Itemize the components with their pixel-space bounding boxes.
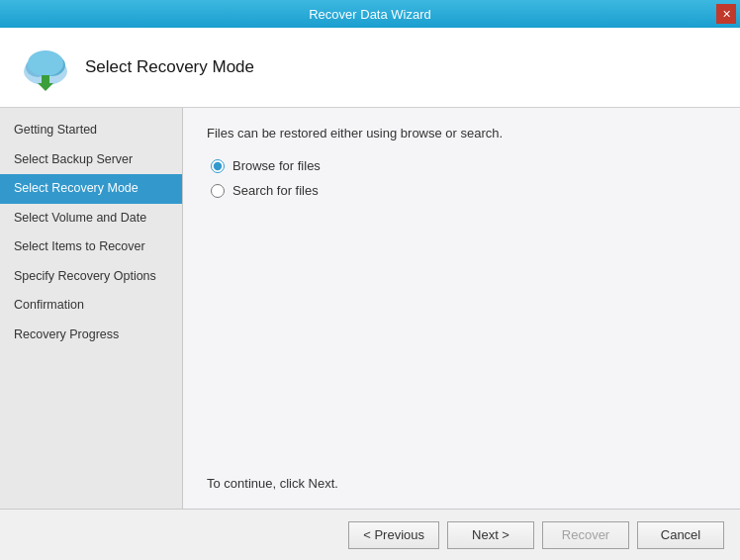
body-area: Getting Started Select Backup Server Sel… — [0, 108, 740, 509]
sidebar-item-getting-started[interactable]: Getting Started — [0, 116, 182, 145]
browse-option[interactable]: Browse for files — [211, 158, 716, 173]
previous-button[interactable]: < Previous — [348, 521, 439, 549]
sidebar-item-recovery-progress[interactable]: Recovery Progress — [0, 321, 182, 350]
description-text: Files can be restored either using brows… — [207, 126, 716, 140]
cancel-button[interactable]: Cancel — [637, 521, 724, 549]
search-label: Search for files — [232, 183, 319, 198]
dialog: Select Recovery Mode Getting Started Sel… — [0, 28, 740, 560]
browse-label: Browse for files — [232, 158, 321, 173]
sidebar-item-recovery-mode[interactable]: Select Recovery Mode — [0, 174, 182, 204]
sidebar: Getting Started Select Backup Server Sel… — [0, 108, 183, 509]
sidebar-item-items-recover[interactable]: Select Items to Recover — [0, 233, 182, 262]
next-button[interactable]: Next > — [447, 521, 534, 549]
sidebar-item-volume-date[interactable]: Select Volume and Date — [0, 204, 182, 233]
close-button[interactable]: ✕ — [716, 4, 736, 24]
sidebar-item-recovery-options[interactable]: Specify Recovery Options — [0, 262, 182, 292]
close-icon: ✕ — [722, 8, 731, 21]
sidebar-item-backup-server[interactable]: Select Backup Server — [0, 145, 182, 175]
page-title: Select Recovery Mode — [85, 57, 254, 77]
cloud-backup-icon — [20, 42, 71, 93]
sidebar-item-confirmation[interactable]: Confirmation — [0, 291, 182, 321]
recover-button[interactable]: Recover — [542, 521, 629, 549]
header-area: Select Recovery Mode — [0, 28, 740, 108]
main-content: Files can be restored either using brows… — [183, 108, 740, 509]
radio-group: Browse for files Search for files — [211, 158, 716, 198]
footer-hint: To continue, click Next. — [207, 476, 716, 491]
svg-point-3 — [28, 50, 63, 76]
title-bar-text: Recover Data Wizard — [309, 7, 431, 22]
title-bar: Recover Data Wizard ✕ — [0, 0, 740, 28]
search-radio[interactable] — [211, 184, 225, 198]
browse-radio[interactable] — [211, 159, 225, 173]
search-option[interactable]: Search for files — [211, 183, 716, 198]
button-bar: < Previous Next > Recover Cancel — [0, 509, 740, 560]
